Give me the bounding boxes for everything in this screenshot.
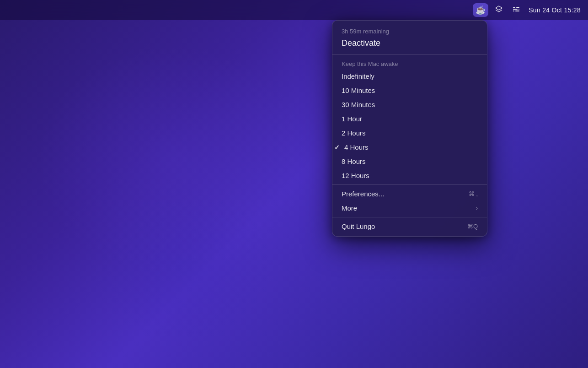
menu-item-2hours[interactable]: 2 Hours — [332, 126, 487, 140]
desktop — [0, 0, 588, 368]
svg-rect-5 — [515, 11, 519, 11]
menubar: ☕ Sun 24 Oct 15:28 — [0, 0, 588, 20]
menu-item-indefinitely[interactable]: Indefinitely — [332, 69, 487, 83]
menubar-icons: ☕ — [473, 3, 523, 17]
checkmark-icon: ✓ — [334, 144, 340, 151]
menu-item-8hours[interactable]: 8 Hours — [332, 154, 487, 168]
preferences-shortcut: ⌘ , — [469, 190, 478, 197]
chevron-right-icon: › — [476, 205, 478, 211]
coffee-app-icon[interactable]: ☕ — [473, 3, 488, 17]
keep-awake-header: Keep this Mac awake — [332, 57, 487, 69]
divider-1 — [332, 54, 487, 55]
remaining-time-label: 3h 59m remaining — [332, 23, 487, 36]
preferences-button[interactable]: Preferences... ⌘ , — [332, 187, 487, 201]
quit-shortcut: ⌘Q — [467, 223, 478, 230]
divider-2 — [332, 184, 487, 185]
svg-rect-2 — [513, 9, 518, 10]
menu-item-12hours[interactable]: 12 Hours — [332, 168, 487, 183]
menubar-datetime: Sun 24 Oct 15:28 — [529, 6, 581, 14]
svg-rect-3 — [519, 9, 519, 10]
quit-button[interactable]: Quit Lungo ⌘Q — [332, 219, 487, 233]
menu-item-4hours[interactable]: ✓ 4 Hours — [332, 140, 487, 154]
svg-rect-1 — [516, 7, 519, 8]
menu-item-10min[interactable]: 10 Minutes — [332, 83, 487, 97]
menu-item-1hour[interactable]: 1 Hour — [332, 112, 487, 126]
controls-icon[interactable] — [509, 3, 523, 17]
menu-item-30min[interactable]: 30 Minutes — [332, 97, 487, 112]
more-button[interactable]: More › — [332, 201, 487, 215]
layers-icon[interactable] — [492, 3, 506, 17]
svg-rect-4 — [513, 11, 514, 11]
lungo-dropdown-menu: 3h 59m remaining Deactivate Keep this Ma… — [332, 20, 487, 237]
deactivate-button[interactable]: Deactivate — [332, 36, 487, 53]
divider-3 — [332, 217, 487, 217]
svg-rect-0 — [513, 7, 515, 8]
